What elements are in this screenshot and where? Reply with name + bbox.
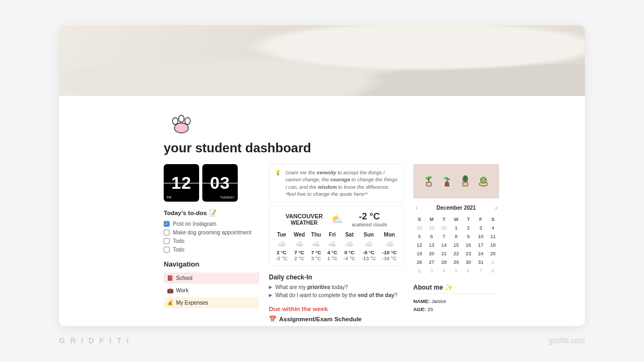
quote-callout[interactable]: 💡 Grant me the serenity to accept the th… (269, 164, 404, 202)
triangle-icon: ▶ (269, 285, 272, 290)
cal-week: 2627282930311 (413, 258, 499, 267)
todos-list: ✓Post on InstagramMake dog grooming appo… (164, 221, 259, 253)
cal-day[interactable]: 31 (474, 258, 487, 267)
weather-current: -2 °C scattered clouds (352, 211, 387, 227)
todo-item[interactable]: Todo (164, 247, 259, 253)
about-list: NAME: JaniceAGE: 25 (413, 298, 499, 312)
page-content: your student dashboard 12 PM 03 TUESDAY … (164, 141, 499, 326)
cal-day[interactable]: 20 (426, 249, 438, 258)
nav-item[interactable]: 💰My Expenses (164, 297, 259, 308)
toggle-item[interactable]: ▶What are my priorities today? (269, 284, 404, 290)
cloud-icon: ☁️ (343, 240, 355, 248)
cal-day[interactable]: 23 (462, 249, 474, 258)
checkbox-icon[interactable] (164, 238, 170, 244)
svg-point-9 (447, 178, 450, 180)
page-title: your student dashboard (164, 141, 499, 156)
cal-day[interactable]: 11 (487, 232, 499, 241)
daily-heading: Daily check-In (269, 274, 404, 281)
cal-day[interactable]: 25 (487, 249, 499, 258)
cal-day[interactable]: 17 (474, 241, 487, 249)
todo-item[interactable]: Make dog grooming appointment (164, 230, 259, 235)
cal-day[interactable]: 13 (426, 241, 438, 249)
about-key: NAME: (413, 298, 430, 304)
cal-day[interactable]: 22 (450, 249, 463, 258)
clock-ampm: PM (167, 196, 172, 199)
cal-week: 19202122232425 (413, 249, 499, 258)
cal-day[interactable]: 8 (450, 232, 463, 241)
cal-day[interactable]: 6 (426, 232, 438, 241)
cal-day[interactable]: 1 (487, 258, 499, 267)
navigation-heading: Navigation (164, 260, 259, 268)
cal-day[interactable]: 10 (474, 232, 487, 241)
cal-day[interactable]: 5 (413, 232, 426, 241)
watermark-right: gridfiti.com (548, 336, 585, 345)
cal-day[interactable]: 16 (462, 241, 474, 249)
cal-day[interactable]: 24 (474, 249, 487, 258)
checkbox-icon[interactable] (164, 230, 170, 235)
cal-day[interactable]: 1 (450, 224, 463, 232)
cal-dow-cell: M (426, 215, 438, 224)
forecast-low: 1 °C (327, 255, 338, 261)
cal-day[interactable]: 29 (450, 258, 463, 267)
cloud-icon: ☁️ (276, 240, 288, 248)
cal-day[interactable]: 8 (487, 267, 499, 275)
cal-day[interactable]: 4 (438, 267, 450, 275)
cal-day[interactable]: 7 (438, 232, 450, 241)
nav-item[interactable]: 💼Work (164, 285, 259, 296)
cal-day[interactable]: 9 (462, 232, 474, 241)
nav-item[interactable]: 📕School (164, 272, 259, 284)
cal-day[interactable]: 15 (450, 241, 463, 249)
svg-point-8 (444, 178, 448, 180)
todo-item[interactable]: Todo (164, 238, 259, 244)
cal-day[interactable]: 7 (474, 267, 487, 275)
toggle-item[interactable]: ▶What do I want to complete by the end o… (269, 292, 404, 298)
plant-icon (441, 173, 453, 189)
cal-day[interactable]: 2 (413, 267, 426, 275)
calendar-prev-button[interactable]: ‹ (415, 205, 417, 211)
page-icon-paw[interactable] (169, 111, 194, 136)
checkbox-icon[interactable]: ✓ (164, 221, 170, 227)
plant-icon (459, 173, 471, 189)
cal-day[interactable]: 6 (462, 267, 474, 275)
plant-icon (423, 173, 435, 189)
todos-heading: Today's to-dos 📝 (164, 209, 259, 217)
cal-day[interactable]: 21 (438, 249, 450, 258)
forecast-day: Sat☁️0 °C-4 °C (343, 232, 355, 261)
cal-day[interactable]: 28 (413, 224, 426, 232)
triangle-icon: ▶ (269, 293, 272, 298)
cal-week: 12131415161718 (413, 241, 499, 249)
cal-day[interactable]: 3 (474, 224, 487, 232)
todo-item[interactable]: ✓Post on Instagram (164, 221, 259, 227)
forecast-low: -13 °C (361, 255, 376, 261)
nav-item-label: My Expenses (176, 300, 208, 306)
forecast-high: 0 °C (343, 249, 355, 255)
weather-location: VANCOUVER WEATHER (286, 213, 323, 226)
cal-day[interactable]: 5 (450, 267, 463, 275)
plant-icon (478, 173, 489, 189)
cal-day[interactable]: 29 (426, 224, 438, 232)
clock-minutes: 03 TUESDAY (202, 164, 238, 202)
cal-day[interactable]: 14 (438, 241, 450, 249)
calendar-grid: 2829301234567891011121314151617181920212… (413, 224, 499, 275)
cal-day[interactable]: 2 (462, 224, 474, 232)
cal-day[interactable]: 26 (413, 258, 426, 267)
cal-day[interactable]: 12 (413, 241, 426, 249)
cal-day[interactable]: 18 (487, 241, 499, 249)
cal-day[interactable]: 3 (426, 267, 438, 275)
cal-week: 2829301234 (413, 224, 499, 232)
cal-day[interactable]: 27 (426, 258, 438, 267)
forecast-day: Sun☁️-5 °C-13 °C (361, 232, 376, 261)
forecast-day: Tue☁️2 °C-2 °C (276, 232, 288, 261)
svg-point-12 (481, 178, 487, 183)
forecast-high: 7 °C (311, 249, 321, 255)
calendar-next-button[interactable]: › (495, 205, 497, 211)
cal-day[interactable]: 30 (438, 224, 450, 232)
checkbox-icon[interactable] (164, 247, 170, 253)
cal-day[interactable]: 30 (462, 258, 474, 267)
forecast-high: 4 °C (327, 249, 338, 255)
cal-day[interactable]: 19 (413, 249, 426, 258)
cal-dow-cell: T (462, 215, 474, 224)
cal-day[interactable]: 28 (438, 258, 450, 267)
cal-day[interactable]: 4 (487, 224, 499, 232)
database-title[interactable]: 📅 Assignment/Exam Schedule (269, 315, 404, 323)
